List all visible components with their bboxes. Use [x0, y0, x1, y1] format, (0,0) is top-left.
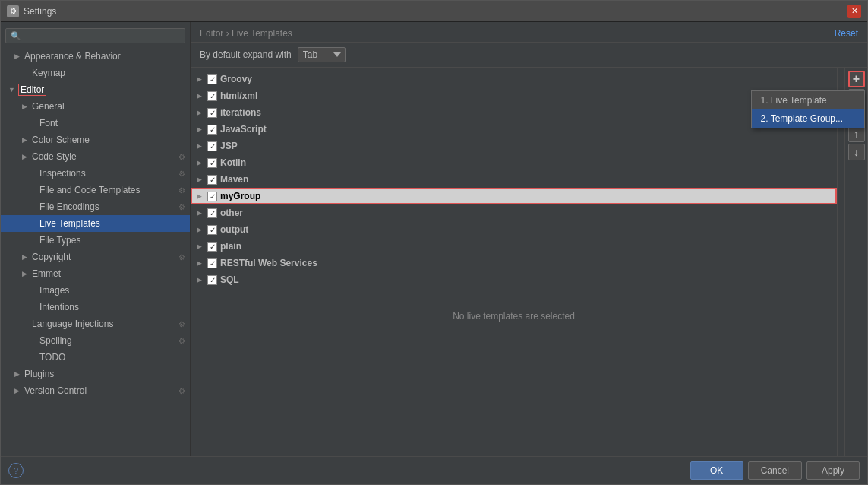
sidebar-item-label: Color Scheme: [32, 135, 185, 145]
group-label: other: [220, 208, 243, 218]
settings-icon: ⚙: [178, 153, 185, 161]
sidebar-item-code-style[interactable]: ▶ Code Style ⚙: [1, 148, 190, 165]
sidebar-item-label: General: [32, 101, 185, 112]
sidebar-item-editor[interactable]: ▼ Editor: [1, 81, 190, 98]
expand-arrow: ▶: [197, 92, 204, 100]
sidebar-item-file-types[interactable]: File Types: [1, 232, 190, 249]
search-input[interactable]: [24, 30, 180, 41]
group-label: RESTful Web Services: [220, 258, 317, 268]
window-icon: ⚙: [7, 5, 19, 17]
sidebar-item-inspections[interactable]: Inspections ⚙: [1, 165, 190, 182]
sidebar-item-file-code[interactable]: File and Code Templates ⚙: [1, 182, 190, 198]
dropdown-live-template[interactable]: 1. Live Template: [752, 91, 864, 109]
group-checkbox[interactable]: [207, 192, 217, 201]
template-group-iterations[interactable]: ▶ iterations: [191, 104, 837, 121]
sidebar-item-label: File Types: [39, 235, 185, 246]
template-group-html[interactable]: ▶ html/xml: [191, 87, 837, 104]
apply-button[interactable]: Apply: [806, 461, 860, 480]
settings-icon: ⚙: [178, 186, 185, 195]
settings-icon: ⚙: [178, 320, 185, 328]
main-header: Editor › Live Templates Reset: [191, 22, 867, 43]
sidebar-item-label: Code Style: [32, 151, 176, 162]
template-group-sql[interactable]: ▶ SQL: [191, 271, 837, 288]
expand-arrow: ▶: [197, 242, 204, 250]
template-group-output[interactable]: ▶ output: [191, 221, 837, 238]
expand-select[interactable]: Tab Enter Space: [298, 47, 346, 62]
template-group-maven[interactable]: ▶ Maven: [191, 171, 837, 188]
ok-button[interactable]: OK: [690, 461, 743, 480]
settings-window: ⚙ Settings ✕ 🔍 ▶ Appearance & Behavior K…: [0, 0, 868, 485]
window-title: Settings: [24, 6, 843, 17]
side-buttons-panel: + 1. Live Template 2. Template Group... …: [844, 68, 867, 456]
expand-arrow: ▶: [197, 209, 204, 217]
sidebar-item-spelling[interactable]: Spelling ⚙: [1, 332, 190, 349]
group-checkbox[interactable]: [207, 125, 217, 135]
sidebar-item-keymap[interactable]: Keymap: [1, 65, 190, 81]
dropdown-template-group[interactable]: 2. Template Group...: [752, 109, 864, 128]
sidebar-item-plugins[interactable]: ▶ Plugins: [1, 366, 190, 382]
template-group-javascript[interactable]: ▶ JavaScript: [191, 121, 837, 138]
expand-arrow: ▶: [197, 226, 204, 233]
settings-icon: ⚙: [178, 203, 185, 211]
expand-arrow: ▶: [197, 259, 204, 267]
group-checkbox[interactable]: [207, 208, 217, 218]
add-button[interactable]: +: [848, 71, 865, 87]
group-label: iterations: [220, 107, 261, 118]
template-group-groovy[interactable]: ▶ Groovy: [191, 71, 837, 87]
template-group-kotlin[interactable]: ▶ Kotlin: [191, 154, 837, 171]
sidebar-item-color-scheme[interactable]: ▶ Color Scheme: [1, 132, 190, 148]
sidebar-item-version-control[interactable]: ▶ Version Control ⚙: [1, 382, 190, 399]
main-toolbar: By default expand with Tab Enter Space: [191, 43, 867, 68]
sidebar-item-file-encodings[interactable]: File Encodings ⚙: [1, 198, 190, 215]
group-checkbox[interactable]: [207, 242, 217, 252]
expand-arrow: ▶: [197, 176, 204, 183]
template-list: ▶ Groovy ▶ html/xml ▶ iterations: [191, 68, 837, 456]
expand-arrow: ▶: [14, 52, 22, 60]
group-checkbox[interactable]: [207, 275, 217, 285]
group-checkbox[interactable]: [207, 175, 217, 185]
expand-arrow: ▼: [8, 86, 16, 94]
search-box[interactable]: 🔍: [5, 28, 185, 43]
cancel-button[interactable]: Cancel: [748, 461, 802, 480]
no-templates-message: No live templates are selected: [191, 303, 837, 329]
settings-icon: ⚙: [178, 387, 185, 395]
help-button[interactable]: ?: [8, 463, 24, 478]
expand-arrow: ▶: [197, 192, 204, 200]
group-checkbox[interactable]: [207, 108, 217, 118]
expand-arrow: ▶: [22, 270, 30, 277]
settings-icon: ⚙: [178, 170, 185, 178]
group-checkbox[interactable]: [207, 225, 217, 235]
group-checkbox[interactable]: [207, 258, 217, 268]
sidebar-item-images[interactable]: Images: [1, 282, 190, 299]
sidebar-item-general[interactable]: ▶ General: [1, 98, 190, 115]
template-group-other[interactable]: ▶ other: [191, 204, 837, 221]
group-checkbox[interactable]: [207, 74, 217, 84]
close-button[interactable]: ✕: [847, 5, 861, 18]
sidebar-item-appearance[interactable]: ▶ Appearance & Behavior: [1, 48, 190, 65]
template-group-restful[interactable]: ▶ RESTful Web Services: [191, 255, 837, 271]
sidebar-item-label: File Encodings: [39, 201, 176, 212]
group-checkbox[interactable]: [207, 158, 217, 168]
template-group-jsp[interactable]: ▶ JSP: [191, 138, 837, 154]
sidebar-item-emmet[interactable]: ▶ Emmet: [1, 265, 190, 282]
group-label: html/xml: [220, 90, 257, 101]
reset-button[interactable]: Reset: [835, 28, 858, 39]
sidebar-item-live-templates[interactable]: Live Templates: [1, 215, 190, 232]
sidebar-item-label: Font: [39, 118, 185, 128]
expand-arrow: ▶: [22, 253, 30, 261]
group-checkbox[interactable]: [207, 141, 217, 151]
main-panel: Editor › Live Templates Reset By default…: [191, 22, 867, 456]
sidebar-item-copyright[interactable]: ▶ Copyright ⚙: [1, 249, 190, 265]
group-label: Maven: [220, 174, 248, 185]
group-label: myGroup: [220, 191, 260, 201]
sidebar-item-label: Spelling: [39, 335, 176, 346]
sidebar-item-font[interactable]: Font: [1, 115, 190, 132]
sidebar-item-intentions[interactable]: Intentions: [1, 299, 190, 315]
sidebar-item-language-injections[interactable]: Language Injections ⚙: [1, 315, 190, 332]
template-group-mygroup[interactable]: ▶ myGroup: [191, 188, 837, 204]
group-checkbox[interactable]: [207, 91, 217, 101]
sidebar-item-todo[interactable]: TODO: [1, 349, 190, 366]
template-group-plain[interactable]: ▶ plain: [191, 238, 837, 255]
expand-arrow: ▶: [197, 159, 204, 166]
move-down-button[interactable]: ↓: [848, 144, 865, 160]
